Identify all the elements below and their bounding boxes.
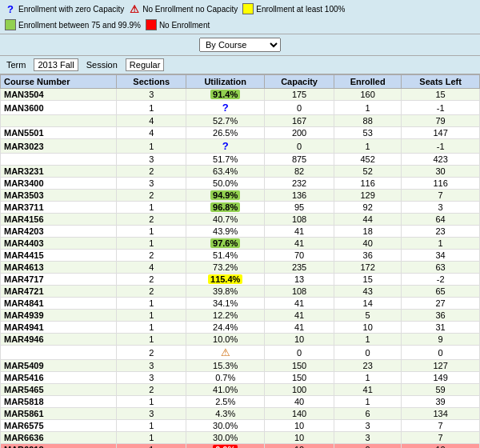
legend-atleast-100: Enrollment at least 100% bbox=[242, 3, 345, 14]
cell-capacity: 41 bbox=[265, 298, 334, 310]
table-row: MAN3504391.4%17516015 bbox=[1, 89, 480, 101]
legend-no-enrollment-label: No Enrollment bbox=[159, 21, 210, 30]
cell-enrolled: 1 bbox=[334, 372, 402, 384]
cell-course: MAR4841 bbox=[1, 298, 117, 310]
cell-sections: 1 bbox=[117, 202, 186, 214]
cell-enrolled: 3 bbox=[334, 432, 402, 444]
table-row: MAR5409315.3%15023127 bbox=[1, 360, 480, 372]
cell-enrolled: 41 bbox=[334, 384, 402, 396]
table-row: 2⚠000 bbox=[1, 346, 480, 360]
cell-seats: 30 bbox=[402, 166, 480, 178]
legend-75-99-label: Enrollment between 75 and 99.9% bbox=[18, 21, 141, 30]
cell-enrolled: 3 bbox=[334, 420, 402, 432]
cell-seats: 0 bbox=[402, 346, 480, 360]
controls-bar: By Course By Department By Instructor bbox=[0, 34, 480, 56]
enrollment-table: Course Number Sections Utilization Capac… bbox=[0, 74, 480, 448]
legend-75-99: Enrollment between 75 and 99.9% bbox=[5, 19, 141, 30]
cell-sections: 2 bbox=[117, 190, 186, 202]
legend-zero-capacity: ? Enrollment with zero Capacity bbox=[5, 3, 124, 14]
cell-capacity: 41 bbox=[265, 310, 334, 322]
cell-enrolled: 92 bbox=[334, 202, 402, 214]
cell-utilization: 15.3% bbox=[186, 360, 265, 372]
cell-utilization: 39.8% bbox=[186, 286, 265, 298]
cell-enrolled: 10 bbox=[334, 322, 402, 334]
cell-course: MAN3600 bbox=[1, 101, 117, 115]
cell-capacity: 108 bbox=[265, 286, 334, 298]
cell-utilization: 97.6% bbox=[186, 238, 265, 250]
cell-enrolled: 1 bbox=[334, 334, 402, 346]
cell-seats: 36 bbox=[402, 310, 480, 322]
cell-capacity: 875 bbox=[265, 154, 334, 166]
cell-capacity: 167 bbox=[265, 115, 334, 127]
cell-seats: 127 bbox=[402, 360, 480, 372]
cell-sections: 3 bbox=[117, 408, 186, 420]
cell-course: MAR3711 bbox=[1, 202, 117, 214]
legend-no-enrollment: No Enrollment bbox=[146, 19, 210, 30]
cell-sections: 4 bbox=[117, 115, 186, 127]
legend-no-enroll-no-cap: ⚠ No Enrollment no Capacity bbox=[129, 3, 238, 14]
cell-utilization: 40.7% bbox=[186, 214, 265, 226]
cell-utilization: ? bbox=[186, 101, 265, 115]
yellow-box bbox=[242, 3, 254, 14]
cell-capacity: 70 bbox=[265, 250, 334, 262]
table-row: MAR3711196.8%95923 bbox=[1, 202, 480, 214]
main-table-container: Course Number Sections Utilization Capac… bbox=[0, 74, 480, 448]
cell-enrolled: 129 bbox=[334, 190, 402, 202]
cell-sections: 2 bbox=[117, 214, 186, 226]
table-row: MAN5501426.5%20053147 bbox=[1, 127, 480, 139]
table-row: MAR4613473.2%23517263 bbox=[1, 262, 480, 274]
cell-seats: 34 bbox=[402, 250, 480, 262]
cell-utilization: 43.9% bbox=[186, 226, 265, 238]
cell-capacity: 0 bbox=[265, 101, 334, 115]
cell-enrolled: 452 bbox=[334, 154, 402, 166]
cell-enrolled: 1 bbox=[334, 101, 402, 115]
col-capacity: Capacity bbox=[265, 75, 334, 89]
table-row: MAR4939112.2%41536 bbox=[1, 310, 480, 322]
cell-sections: 3 bbox=[117, 178, 186, 190]
view-select[interactable]: By Course By Department By Instructor bbox=[199, 38, 281, 52]
cell-utilization: 2.5% bbox=[186, 396, 265, 408]
cell-utilization: 10.0% bbox=[186, 334, 265, 346]
cell-enrolled: 15 bbox=[334, 274, 402, 286]
cell-capacity: 41 bbox=[265, 322, 334, 334]
cell-course: MAR3023 bbox=[1, 139, 117, 154]
cell-course bbox=[1, 154, 117, 166]
table-row: MAR4946110.0%1019 bbox=[1, 334, 480, 346]
cell-sections: 1 bbox=[117, 238, 186, 250]
term-label: Term bbox=[6, 60, 26, 70]
cell-capacity: 41 bbox=[265, 238, 334, 250]
cell-enrolled: 5 bbox=[334, 310, 402, 322]
cell-course: MAR4717 bbox=[1, 274, 117, 286]
cell-sections: 4 bbox=[117, 127, 186, 139]
cell-enrolled: 36 bbox=[334, 250, 402, 262]
cell-course bbox=[1, 346, 117, 360]
cell-enrolled: 0 bbox=[334, 444, 402, 449]
cell-course: MAN5501 bbox=[1, 127, 117, 139]
cell-utilization: 94.9% bbox=[186, 190, 265, 202]
cell-seats: 65 bbox=[402, 286, 480, 298]
cell-course: MAR4156 bbox=[1, 214, 117, 226]
cell-capacity: 175 bbox=[265, 89, 334, 101]
cell-enrolled: 23 bbox=[334, 360, 402, 372]
cell-capacity: 232 bbox=[265, 178, 334, 190]
cell-utilization: 0.7% bbox=[186, 372, 265, 384]
cell-enrolled: 18 bbox=[334, 226, 402, 238]
cell-utilization: 51.7% bbox=[186, 154, 265, 166]
cell-seats: 149 bbox=[402, 372, 480, 384]
cell-utilization: 34.1% bbox=[186, 298, 265, 310]
col-course: Course Number bbox=[1, 75, 117, 89]
cell-capacity: 136 bbox=[265, 190, 334, 202]
cell-seats: 59 bbox=[402, 384, 480, 396]
cell-seats: 15 bbox=[402, 89, 480, 101]
cell-course bbox=[1, 115, 117, 127]
cell-sections: 1 bbox=[117, 432, 186, 444]
cell-utilization: 63.4% bbox=[186, 166, 265, 178]
term-value: 2013 Fall bbox=[34, 58, 78, 71]
cell-sections: 4 bbox=[117, 262, 186, 274]
cell-capacity: 82 bbox=[265, 166, 334, 178]
cell-course: MAR6636 bbox=[1, 432, 117, 444]
cell-sections: 2 bbox=[117, 166, 186, 178]
cell-sections: 2 bbox=[117, 274, 186, 286]
cell-sections: 1 bbox=[117, 101, 186, 115]
table-row: MAR6575130.0%1037 bbox=[1, 420, 480, 432]
